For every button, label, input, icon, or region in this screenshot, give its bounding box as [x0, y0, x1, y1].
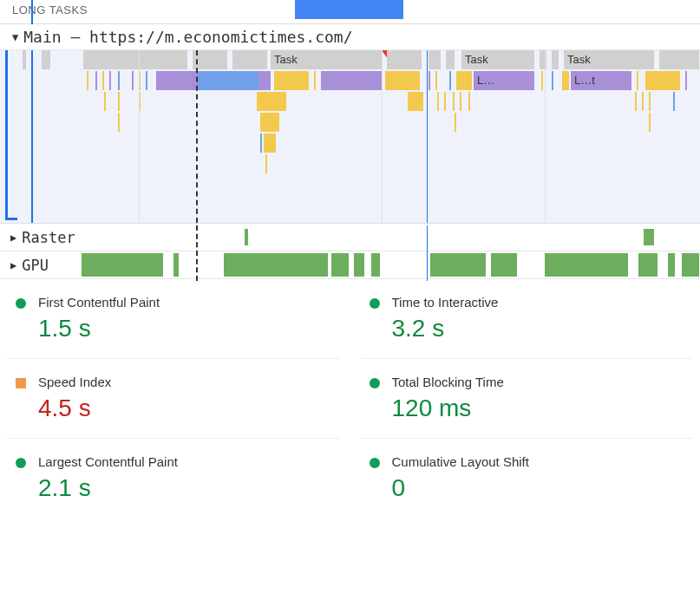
segment[interactable] [102, 71, 104, 90]
layout-label: L…t [574, 74, 595, 87]
gpu-segment[interactable] [545, 253, 628, 277]
segment[interactable] [260, 113, 279, 132]
long-tasks-label: LONG TASKS [12, 3, 88, 16]
segment[interactable] [264, 134, 276, 153]
segment[interactable]: L… [474, 71, 534, 90]
segment[interactable] [429, 71, 430, 90]
metric-tbt[interactable]: Total Blocking Time 120 ms [361, 359, 694, 439]
segment[interactable] [198, 71, 258, 90]
raster-segment[interactable] [245, 229, 248, 245]
tti-marker-line [427, 50, 428, 223]
chevron-down-icon[interactable]: ▼ [12, 31, 18, 43]
metric-speed-index[interactable]: Speed Index 4.5 s [7, 359, 340, 439]
gpu-segment[interactable] [331, 253, 349, 277]
task-label: Task [465, 53, 488, 66]
segment[interactable] [321, 71, 382, 90]
metric-fcp[interactable]: First Contentful Paint 1.5 s [7, 279, 340, 359]
gpu-segment[interactable] [173, 253, 179, 277]
track-header-raster[interactable]: ▶ Raster [0, 224, 700, 251]
segment[interactable] [673, 92, 675, 111]
fcp-marker-line [196, 50, 198, 223]
gpu-segment[interactable] [430, 253, 486, 277]
segment[interactable] [146, 71, 147, 90]
task-segment[interactable] [429, 50, 441, 69]
segment[interactable] [637, 71, 638, 90]
segment[interactable] [453, 92, 455, 111]
segment[interactable] [265, 154, 267, 173]
segment[interactable] [156, 71, 198, 90]
segment[interactable] [649, 92, 651, 111]
segment[interactable] [435, 71, 437, 90]
segment[interactable] [552, 71, 553, 90]
long-task-segment[interactable] [295, 0, 403, 19]
segment[interactable] [649, 113, 651, 132]
metric-label: Largest Contentful Paint [38, 454, 178, 469]
segment[interactable] [95, 71, 97, 90]
tti-marker-line [427, 225, 428, 281]
segment[interactable] [460, 92, 461, 111]
segment[interactable] [274, 71, 309, 90]
segment[interactable] [642, 92, 644, 111]
track-header-gpu[interactable]: ▶ GPU [0, 251, 700, 279]
track-header-main[interactable]: ▼ Main — https://m.economictimes.com/ [0, 24, 700, 50]
segment[interactable] [541, 71, 543, 90]
segment[interactable] [385, 71, 420, 90]
segment[interactable] [260, 134, 262, 153]
gpu-segment[interactable] [491, 253, 517, 277]
segment[interactable] [449, 71, 451, 90]
segment[interactable] [118, 71, 120, 90]
status-square-icon [16, 378, 26, 388]
gpu-segment[interactable] [354, 253, 364, 277]
segment[interactable] [685, 71, 687, 90]
task-segment[interactable] [552, 50, 559, 69]
time-marker[interactable] [31, 50, 33, 224]
segment[interactable]: L…t [571, 71, 631, 90]
metric-lcp[interactable]: Largest Contentful Paint 2.1 s [7, 439, 340, 518]
task-segment[interactable] [659, 50, 699, 69]
metric-cls[interactable]: Cumulative Layout Shift 0 [361, 439, 694, 518]
task-segment[interactable] [23, 50, 26, 69]
task-segment[interactable] [193, 50, 227, 69]
task-segment[interactable] [42, 50, 50, 69]
segment[interactable] [455, 113, 456, 132]
segment[interactable] [444, 92, 446, 111]
status-dot-icon [16, 458, 26, 468]
segment[interactable] [118, 113, 120, 132]
task-segment[interactable] [387, 50, 422, 69]
task-segment[interactable]: Task [271, 50, 382, 69]
gpu-segment[interactable] [638, 253, 657, 277]
segment[interactable] [109, 71, 111, 90]
task-segment[interactable]: Task [461, 50, 534, 69]
segment[interactable] [408, 92, 423, 111]
task-segment[interactable] [83, 50, 187, 69]
segment[interactable] [645, 71, 680, 90]
segment[interactable] [456, 71, 472, 90]
gpu-track-label: GPU [22, 257, 49, 274]
segment[interactable] [562, 71, 569, 90]
task-segment[interactable] [446, 50, 455, 69]
metric-tti[interactable]: Time to Interactive 3.2 s [361, 279, 694, 359]
segment[interactable] [87, 71, 88, 90]
gpu-segment[interactable] [224, 253, 328, 277]
segment[interactable] [118, 92, 120, 111]
grid-line [382, 50, 383, 223]
segment[interactable] [104, 92, 106, 111]
task-segment[interactable] [232, 50, 267, 69]
gpu-segment[interactable] [668, 253, 675, 277]
gpu-segment[interactable] [82, 253, 163, 277]
segment[interactable] [468, 92, 470, 111]
segment[interactable] [314, 71, 316, 90]
segment[interactable] [437, 92, 439, 111]
segment[interactable] [132, 71, 134, 90]
metric-value: 120 ms [392, 395, 504, 422]
flame-chart[interactable]: Task Task Task L… L…t [0, 50, 700, 224]
time-marker[interactable] [31, 0, 33, 24]
segment[interactable] [257, 92, 286, 111]
segment[interactable] [258, 71, 271, 90]
raster-segment[interactable] [644, 229, 654, 245]
gpu-segment[interactable] [371, 253, 380, 277]
raster-bars [0, 225, 700, 249]
gpu-segment[interactable] [682, 253, 699, 277]
segment[interactable] [635, 92, 637, 111]
task-segment[interactable]: Task [564, 50, 654, 69]
